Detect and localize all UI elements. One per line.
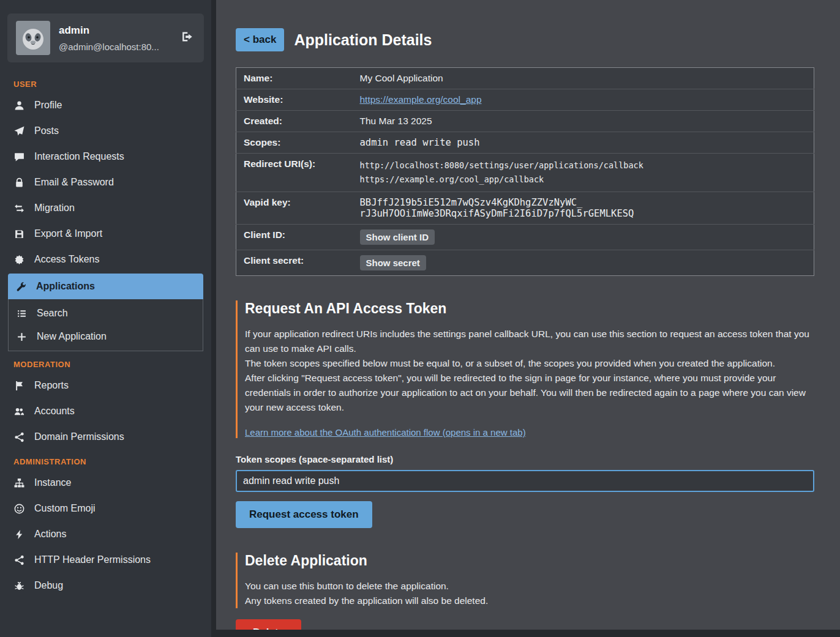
flag-icon <box>13 380 24 391</box>
oauth-docs-link[interactable]: Learn more about the OAuth authenticatio… <box>245 427 526 438</box>
settings-panel: admin @admin@localhost:80... USER Profil… <box>0 0 840 637</box>
request-token-section: Request An API Access Token If your appl… <box>236 300 814 438</box>
page-title: Application Details <box>294 31 432 49</box>
row-value: Thu Mar 13 2025 <box>353 111 814 132</box>
row-value: admin read write push <box>353 132 814 154</box>
users-icon <box>13 406 24 417</box>
save-icon <box>13 228 24 239</box>
delete-application-title: Delete Application <box>245 553 814 569</box>
website-link[interactable]: https://example.org/cool_app <box>360 94 482 105</box>
sidebar-item-label: Export & Import <box>34 228 102 239</box>
sidebar-item-applications-search[interactable]: Search <box>9 302 203 325</box>
sidebar-item-label: HTTP Header Permissions <box>34 554 151 565</box>
table-row-client-id: Client ID: Show client ID <box>236 224 814 250</box>
request-access-token-button[interactable]: Request access token <box>236 501 372 528</box>
sidebar-item-label: Migration <box>34 203 75 214</box>
table-row-vapid-key: Vapid key: BBJffJ219b5iE512m7wQSzv4KgKDh… <box>236 192 814 224</box>
list-icon <box>16 308 27 319</box>
table-row-scopes: Scopes: admin read write push <box>236 132 814 154</box>
back-button[interactable]: < back <box>236 28 284 51</box>
page-header: < back Application Details <box>236 28 814 51</box>
user-icon <box>13 100 24 111</box>
sidebar-item-interaction-requests[interactable]: Interaction Requests <box>0 144 211 169</box>
row-value: Show client ID <box>353 224 814 250</box>
show-secret-button[interactable]: Show secret <box>360 255 426 270</box>
section-title-user: USER <box>0 72 211 92</box>
row-label: Created: <box>236 111 353 132</box>
sidebar-item-instance[interactable]: Instance <box>0 470 211 496</box>
token-scopes-label: Token scopes (space-separated list) <box>236 454 814 464</box>
sidebar-item-export-import[interactable]: Export & Import <box>0 221 211 247</box>
sidebar-item-posts[interactable]: Posts <box>0 118 211 144</box>
share-nodes-icon <box>13 431 24 442</box>
sidebar-item-domain-permissions[interactable]: Domain Permissions <box>0 424 211 450</box>
bolt-icon <box>13 529 24 540</box>
lock-icon <box>13 177 24 188</box>
sidebar-item-new-application[interactable]: New Application <box>9 325 203 348</box>
certificate-icon <box>13 254 24 265</box>
application-details-table: Name: My Cool Application Website: https… <box>236 67 814 276</box>
redirect-uri: http://localhost:8080/settings/user/appl… <box>360 158 807 173</box>
sidebar: admin @admin@localhost:80... USER Profil… <box>0 0 211 637</box>
sidebar-item-label: Posts <box>34 125 59 136</box>
comment-icon <box>13 151 24 162</box>
section-title-moderation: MODERATION <box>0 352 211 373</box>
user-handle: @admin@localhost:80... <box>59 42 170 52</box>
sidebar-item-debug[interactable]: Debug <box>0 573 211 598</box>
sidebar-item-label: Profile <box>34 100 62 111</box>
row-value: BBJffJ219b5iE512m7wQSzv4KgKDhgZZVzNyWC_ … <box>353 192 814 224</box>
avatar <box>16 21 50 55</box>
sidebar-item-reports[interactable]: Reports <box>0 373 211 398</box>
row-value: My Cool Application <box>353 68 814 89</box>
row-label: Client ID: <box>236 224 353 250</box>
sidebar-item-label: Email & Password <box>34 177 114 188</box>
plus-icon <box>16 331 27 342</box>
share-nodes-icon <box>13 554 24 565</box>
sidebar-item-actions[interactable]: Actions <box>0 521 211 547</box>
table-row-redirect-uris: Redirect URI(s): http://localhost:8080/s… <box>236 154 814 192</box>
delete-button[interactable]: Delete <box>236 619 301 630</box>
table-row-website: Website: https://example.org/cool_app <box>236 89 814 111</box>
table-row-created: Created: Thu Mar 13 2025 <box>236 111 814 132</box>
row-label: Website: <box>236 89 353 111</box>
sidebar-item-migration[interactable]: Migration <box>0 195 211 221</box>
request-token-paragraph: After clicking "Request access token", y… <box>245 371 814 415</box>
sidebar-item-http-header-permissions[interactable]: HTTP Header Permissions <box>0 547 211 573</box>
smiley-icon <box>13 503 24 514</box>
table-row-client-secret: Client secret: Show secret <box>236 250 814 275</box>
main-content: < back Application Details Name: My Cool… <box>216 0 840 630</box>
tools-icon <box>15 281 26 292</box>
applications-group: Applications Search New Application <box>8 274 203 351</box>
sitemap-icon <box>13 477 24 488</box>
sidebar-item-label: Interaction Requests <box>34 151 124 162</box>
sidebar-item-label: Actions <box>34 529 66 540</box>
row-label: Vapid key: <box>236 192 353 224</box>
request-token-paragraph: The token scopes specified below must be… <box>245 356 814 371</box>
row-value: http://localhost:8080/settings/user/appl… <box>353 154 814 192</box>
bug-icon <box>13 580 24 591</box>
transfer-icon <box>13 203 24 214</box>
show-client-id-button[interactable]: Show client ID <box>360 229 435 245</box>
sidebar-item-label: Applications <box>36 281 95 292</box>
sidebar-item-label: Search <box>37 308 68 319</box>
row-label: Scopes: <box>236 132 353 154</box>
user-info: admin @admin@localhost:80... <box>59 24 170 52</box>
sidebar-item-profile[interactable]: Profile <box>0 92 211 118</box>
row-value: Show secret <box>353 250 814 275</box>
sidebar-item-custom-emoji[interactable]: Custom Emoji <box>0 496 211 521</box>
section-title-administration: ADMINISTRATION <box>0 450 211 470</box>
sidebar-item-applications[interactable]: Applications <box>8 274 203 299</box>
user-card: admin @admin@localhost:80... <box>7 13 204 62</box>
table-row-name: Name: My Cool Application <box>236 68 814 89</box>
row-value: https://example.org/cool_app <box>353 89 814 111</box>
sidebar-item-label: New Application <box>37 331 107 342</box>
applications-submenu: Search New Application <box>8 299 203 351</box>
sidebar-item-accounts[interactable]: Accounts <box>0 398 211 424</box>
sidebar-item-email-password[interactable]: Email & Password <box>0 169 211 195</box>
sidebar-item-label: Debug <box>34 580 63 591</box>
logout-icon[interactable] <box>178 28 195 48</box>
sidebar-item-label: Domain Permissions <box>34 431 124 442</box>
token-scopes-input[interactable] <box>236 470 814 492</box>
request-token-paragraph: If your application redirect URIs includ… <box>245 327 814 356</box>
sidebar-item-access-tokens[interactable]: Access Tokens <box>0 247 211 272</box>
